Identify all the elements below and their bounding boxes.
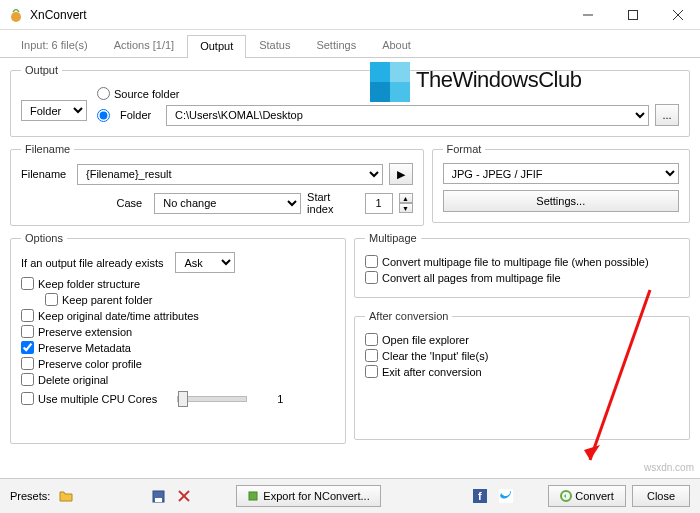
output-group: Output Folder Source folder Folder C:\Us…	[10, 64, 690, 137]
svg-text:f: f	[478, 490, 482, 502]
start-index-input[interactable]	[365, 193, 393, 214]
format-settings-button[interactable]: Settings...	[443, 190, 679, 212]
format-legend: Format	[443, 143, 486, 155]
multipage-convert-label: Convert multipage file to multipage file…	[382, 256, 649, 268]
filename-pattern-select[interactable]: {Filename}_result	[77, 164, 383, 185]
source-folder-label: Source folder	[114, 88, 179, 100]
after-legend: After conversion	[365, 310, 452, 322]
tab-actions[interactable]: Actions [1/1]	[101, 34, 188, 57]
folder-label: Folder	[120, 109, 160, 121]
preserve-ext-check[interactable]	[21, 325, 34, 338]
facebook-icon[interactable]: f	[470, 486, 490, 506]
close-button[interactable]	[655, 0, 700, 30]
start-index-down[interactable]: ▼	[399, 203, 413, 213]
svg-rect-6	[155, 498, 162, 502]
tab-input[interactable]: Input: 6 file(s)	[8, 34, 101, 57]
filename-group: Filename Filename {Filename}_result ▶ Ca…	[10, 143, 424, 226]
cpu-cores-slider[interactable]	[177, 396, 247, 402]
case-label: Case	[21, 197, 148, 209]
delete-orig-check[interactable]	[21, 373, 34, 386]
multipage-all-check[interactable]	[365, 271, 378, 284]
source-watermark: wsxdn.com	[644, 462, 694, 473]
export-nconvert-button[interactable]: Export for NConvert...	[236, 485, 380, 507]
after-group: After conversion Open file explorer Clea…	[354, 310, 690, 440]
svg-point-0	[11, 12, 21, 22]
multipage-convert-check[interactable]	[365, 255, 378, 268]
keep-parent-label: Keep parent folder	[62, 294, 153, 306]
preserve-ext-label: Preserve extension	[38, 326, 132, 338]
keep-folder-label: Keep folder structure	[38, 278, 140, 290]
options-group: Options If an output file already exists…	[10, 232, 346, 444]
minimize-button[interactable]	[565, 0, 610, 30]
format-group: Format JPG - JPEG / JFIF Settings...	[432, 143, 690, 223]
titlebar: XnConvert	[0, 0, 700, 30]
keep-date-label: Keep original date/time attributes	[38, 310, 199, 322]
options-legend: Options	[21, 232, 67, 244]
cpu-cores-check[interactable]	[21, 392, 34, 405]
format-select[interactable]: JPG - JPEG / JFIF	[443, 163, 679, 184]
close-footer-button[interactable]: Close	[632, 485, 690, 507]
exists-select[interactable]: Ask	[175, 252, 235, 273]
output-legend: Output	[21, 64, 62, 76]
tab-status[interactable]: Status	[246, 34, 303, 57]
open-explorer-label: Open file explorer	[382, 334, 469, 346]
twitter-icon[interactable]	[496, 486, 516, 506]
maximize-button[interactable]	[610, 0, 655, 30]
cpu-cores-label: Use multiple CPU Cores	[38, 393, 157, 405]
case-select[interactable]: No change	[154, 193, 301, 214]
tab-settings[interactable]: Settings	[303, 34, 369, 57]
clear-input-check[interactable]	[365, 349, 378, 362]
clear-input-label: Clear the 'Input' file(s)	[382, 350, 488, 362]
start-index-label: Start index	[307, 191, 358, 215]
keep-parent-check[interactable]	[45, 293, 58, 306]
exit-label: Exit after conversion	[382, 366, 482, 378]
source-folder-radio[interactable]	[97, 87, 110, 100]
open-explorer-check[interactable]	[365, 333, 378, 346]
delete-orig-label: Delete original	[38, 374, 108, 386]
exists-label: If an output file already exists	[21, 257, 163, 269]
multipage-group: Multipage Convert multipage file to mult…	[354, 232, 690, 298]
tab-about[interactable]: About	[369, 34, 424, 57]
start-index-up[interactable]: ▲	[399, 193, 413, 203]
output-type-select[interactable]: Folder	[21, 100, 87, 121]
convert-button[interactable]: Convert	[548, 485, 626, 507]
cpu-cores-value: 1	[277, 393, 283, 405]
exit-check[interactable]	[365, 365, 378, 378]
save-icon[interactable]	[148, 486, 168, 506]
preserve-color-check[interactable]	[21, 357, 34, 370]
keep-folder-check[interactable]	[21, 277, 34, 290]
svg-rect-9	[249, 492, 257, 500]
multipage-all-label: Convert all pages from multipage file	[382, 272, 561, 284]
preserve-color-label: Preserve color profile	[38, 358, 142, 370]
folder-radio[interactable]	[97, 109, 110, 122]
filename-play-button[interactable]: ▶	[389, 163, 413, 185]
filename-label: Filename	[21, 168, 71, 180]
app-icon	[8, 7, 24, 23]
delete-icon[interactable]	[174, 486, 194, 506]
multipage-legend: Multipage	[365, 232, 421, 244]
folder-open-icon[interactable]	[56, 486, 76, 506]
folder-path-select[interactable]: C:\Users\KOMAL\Desktop	[166, 105, 649, 126]
browse-button[interactable]: ...	[655, 104, 679, 126]
svg-rect-2	[628, 10, 637, 19]
tab-bar: Input: 6 file(s) Actions [1/1] Output St…	[0, 30, 700, 58]
tab-output[interactable]: Output	[187, 35, 246, 58]
presets-label: Presets:	[10, 490, 50, 502]
preserve-meta-check[interactable]	[21, 341, 34, 354]
preserve-meta-label: Preserve Metadata	[38, 342, 131, 354]
footer-bar: Presets: Export for NConvert... f Conver…	[0, 478, 700, 513]
keep-date-check[interactable]	[21, 309, 34, 322]
window-title: XnConvert	[30, 8, 565, 22]
filename-legend: Filename	[21, 143, 74, 155]
